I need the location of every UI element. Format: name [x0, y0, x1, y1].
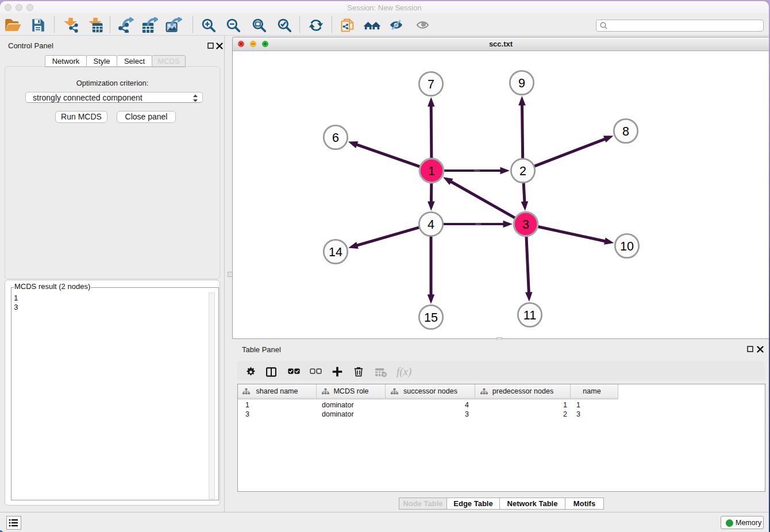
svg-text:1: 1: [428, 164, 435, 178]
svg-text:3: 3: [522, 218, 529, 232]
svg-text:8: 8: [622, 125, 629, 138]
svg-text:6: 6: [332, 131, 339, 145]
svg-text:15: 15: [424, 311, 438, 325]
svg-text:9: 9: [518, 76, 525, 90]
svg-text:10: 10: [620, 240, 634, 253]
svg-text:7: 7: [428, 78, 434, 91]
svg-text:14: 14: [329, 245, 342, 259]
svg-text:4: 4: [428, 218, 434, 232]
svg-text:11: 11: [523, 309, 536, 322]
svg-text:2: 2: [519, 164, 526, 178]
